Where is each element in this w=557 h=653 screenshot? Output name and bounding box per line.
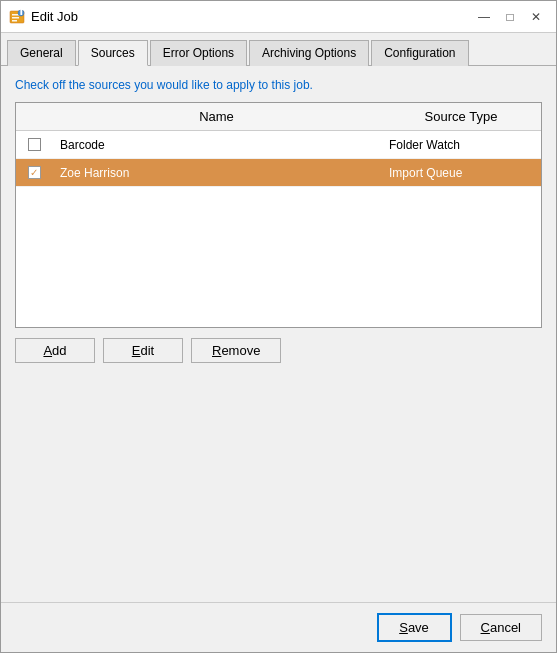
remove-label: Remove	[212, 343, 260, 358]
window-title: Edit Job	[31, 9, 472, 24]
content-area: Check off the sources you would like to …	[1, 66, 556, 602]
close-button[interactable]: ✕	[524, 7, 548, 27]
remove-button[interactable]: Remove	[191, 338, 281, 363]
add-label: Add	[43, 343, 66, 358]
svg-rect-3	[12, 20, 17, 22]
row-checkbox-2[interactable]: ✓	[16, 166, 52, 179]
header-source-type-col: Source Type	[381, 107, 541, 126]
table-body: Barcode Folder Watch ✓ Zoe Harrison Impo…	[16, 131, 541, 327]
tab-sources[interactable]: Sources	[78, 40, 148, 66]
checked-checkbox-icon[interactable]: ✓	[28, 166, 41, 179]
row-source-type-barcode: Folder Watch	[381, 138, 541, 152]
main-window: i Edit Job — □ ✕ General Sources Error O…	[0, 0, 557, 653]
sources-table: Name Source Type Barcode Folder Watch ✓	[15, 102, 542, 328]
tab-general[interactable]: General	[7, 40, 76, 66]
save-button[interactable]: Save	[377, 613, 452, 642]
footer-bar: Save Cancel	[1, 602, 556, 652]
svg-text:i: i	[20, 9, 24, 18]
tab-archiving-options[interactable]: Archiving Options	[249, 40, 369, 66]
tab-configuration[interactable]: Configuration	[371, 40, 468, 66]
table-row[interactable]: Barcode Folder Watch	[16, 131, 541, 159]
footer-spacer	[15, 367, 542, 591]
svg-rect-2	[12, 17, 19, 19]
window-icon: i	[9, 9, 25, 25]
row-name-barcode: Barcode	[52, 138, 381, 152]
row-source-type-zoe: Import Queue	[381, 166, 541, 180]
cancel-label: Cancel	[481, 620, 521, 635]
row-checkbox-1[interactable]	[16, 138, 52, 151]
tabs-bar: General Sources Error Options Archiving …	[1, 33, 556, 66]
table-row[interactable]: ✓ Zoe Harrison Import Queue	[16, 159, 541, 187]
unchecked-checkbox-icon[interactable]	[28, 138, 41, 151]
maximize-button[interactable]: □	[498, 7, 522, 27]
save-label: Save	[399, 620, 429, 635]
instruction-text: Check off the sources you would like to …	[15, 78, 542, 92]
header-checkbox-col	[16, 107, 52, 126]
title-bar: i Edit Job — □ ✕	[1, 1, 556, 33]
row-name-zoe: Zoe Harrison	[52, 166, 381, 180]
add-button[interactable]: Add	[15, 338, 95, 363]
window-controls: — □ ✕	[472, 7, 548, 27]
edit-label: Edit	[132, 343, 154, 358]
header-name-col: Name	[52, 107, 381, 126]
minimize-button[interactable]: —	[472, 7, 496, 27]
edit-button[interactable]: Edit	[103, 338, 183, 363]
table-header: Name Source Type	[16, 103, 541, 131]
tab-error-options[interactable]: Error Options	[150, 40, 247, 66]
cancel-button[interactable]: Cancel	[460, 614, 542, 641]
action-buttons: Add Edit Remove	[15, 338, 542, 367]
